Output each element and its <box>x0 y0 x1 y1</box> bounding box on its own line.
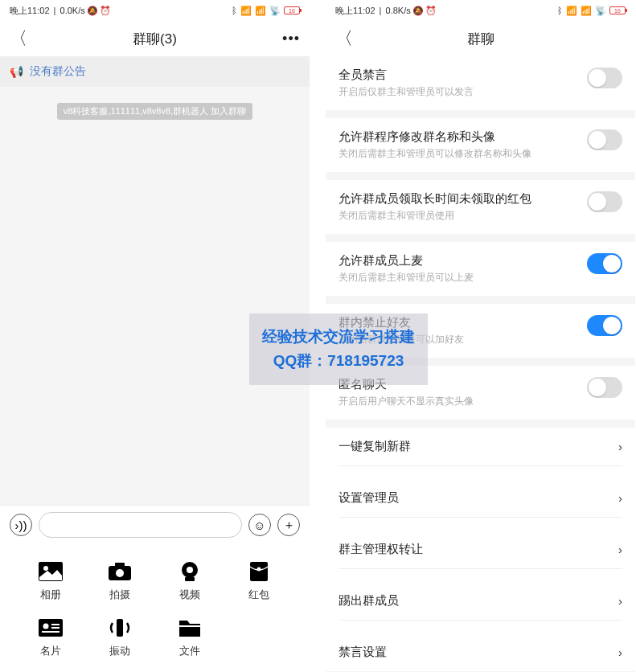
chevron-right-icon: › <box>618 594 622 608</box>
toggle-switch[interactable] <box>587 253 622 274</box>
signal-icon: 📶 <box>566 6 577 16</box>
mute-icon: 🔕 <box>87 6 98 16</box>
svg-rect-8 <box>250 562 268 581</box>
setting-title: 允许群成员上麦 <box>339 253 587 268</box>
svg-rect-13 <box>51 627 59 629</box>
chevron-right-icon: › <box>618 491 622 505</box>
toggle-switch[interactable] <box>587 377 622 398</box>
action-row[interactable]: 踢出群成员› <box>326 582 635 620</box>
emoji-button[interactable]: ☺ <box>248 514 271 536</box>
attachment-grid: 相册拍摄视频红包名片振动文件 <box>0 544 310 672</box>
setting-title: 一键复制新群 <box>339 439 411 454</box>
action-row[interactable]: 一键复制新群› <box>326 428 635 465</box>
signal-icon: 📶 <box>240 6 252 16</box>
file-icon <box>175 615 204 641</box>
attach-label: 相册 <box>40 588 61 602</box>
time-text: 晚上11:02 <box>10 5 50 17</box>
camera-icon <box>105 559 134 584</box>
toggle-row: 允许群程序修改群名称和头像关闭后需群主和管理员可以修改群名称和头像 <box>326 118 635 172</box>
svg-rect-3 <box>115 563 125 568</box>
svg-rect-15 <box>117 619 123 637</box>
toggle-switch[interactable] <box>587 315 622 336</box>
toggle-switch[interactable] <box>587 129 622 150</box>
announcement-text: 没有群公告 <box>30 64 86 79</box>
toggle-row: 允许群成员上麦关闭后需群主和管理员可以上麦 <box>326 242 635 296</box>
watermark-line1: 经验技术交流学习搭建 <box>262 325 415 349</box>
attach-redpacket[interactable]: 红包 <box>224 552 293 608</box>
attach-label: 视频 <box>179 588 200 602</box>
svg-rect-12 <box>51 624 59 625</box>
toggle-row: 全员禁言开启后仅群主和管理员可以发言 <box>326 56 635 110</box>
setting-sub: 关闭后需群主和管理员可以修改群名称和头像 <box>339 147 587 161</box>
action-row[interactable]: 禁言设置› <box>326 633 635 671</box>
voice-button[interactable]: ›)) <box>10 514 32 536</box>
svg-point-6 <box>187 567 193 573</box>
bluetooth-icon: ᛒ <box>232 6 237 15</box>
attach-image[interactable]: 相册 <box>16 552 85 608</box>
input-area: ›)) ☺ ＋ <box>0 505 310 544</box>
setting-title: 允许群程序修改群名称和头像 <box>339 129 587 145</box>
mute-icon: 🔕 <box>412 6 424 16</box>
attach-camera[interactable]: 拍摄 <box>85 552 154 608</box>
more-icon[interactable]: ••• <box>282 31 300 47</box>
setting-sub: 关闭后需群主和管理员可以上麦 <box>339 271 587 285</box>
setting-sub: 开启后用户聊天不显示真实头像 <box>339 395 587 408</box>
status-bar: 晚上11:02 | 0.0K/s 🔕 ⏰ ᛒ 📶 📶 📡 16 <box>0 0 310 21</box>
attach-video[interactable]: 视频 <box>155 552 224 608</box>
setting-title: 群主管理权转让 <box>339 542 423 557</box>
video-icon <box>175 559 204 584</box>
action-row[interactable]: 设置管理员› <box>326 479 635 517</box>
nav-bar: 〈 群聊(3) ••• <box>0 21 310 56</box>
chevron-right-icon: › <box>618 543 622 556</box>
svg-point-9 <box>256 568 261 572</box>
toggle-switch[interactable] <box>587 68 622 88</box>
speed-text: 0.8K/s <box>386 6 411 15</box>
horn-icon: 📢 <box>10 65 23 78</box>
chat-body: v8科技客服,111111,v8v8v8,群机器人 加入群聊 <box>0 87 310 505</box>
nav-title: 群聊 <box>467 30 494 48</box>
signal2-icon: 📶 <box>255 6 266 16</box>
battery-icon: 16 <box>284 6 300 14</box>
svg-point-11 <box>43 624 49 629</box>
attach-label: 拍摄 <box>109 588 130 602</box>
signal2-icon: 📶 <box>581 6 592 16</box>
toggle-row: 允许群成员领取长时间未领取的红包关闭后需群主和管理员使用 <box>326 180 635 234</box>
wifi-icon: 📡 <box>595 6 606 16</box>
speed-text: 0.0K/s <box>60 6 85 15</box>
announcement-bar[interactable]: 📢 没有群公告 <box>0 56 310 87</box>
card-icon <box>36 615 65 641</box>
status-bar: 晚上11:02 | 0.8K/s 🔕 ⏰ ᛒ 📶 📶 📡 16 <box>326 0 635 21</box>
attach-vibrate[interactable]: 振动 <box>85 608 154 665</box>
alarm-icon: ⏰ <box>425 6 437 16</box>
message-input[interactable] <box>39 512 242 538</box>
back-icon[interactable]: 〈 <box>10 27 27 51</box>
vibrate-icon <box>105 615 134 641</box>
nav-bar: 〈 群聊 <box>326 21 635 56</box>
redpacket-icon <box>244 559 273 584</box>
attach-label: 红包 <box>248 588 269 602</box>
svg-point-1 <box>43 566 48 571</box>
bluetooth-icon: ᛒ <box>557 6 563 15</box>
setting-title: 全员禁言 <box>339 68 587 83</box>
attach-label: 振动 <box>109 644 130 658</box>
back-icon[interactable]: 〈 <box>335 27 353 51</box>
setting-title: 允许群成员领取长时间未领取的红包 <box>339 191 587 207</box>
svg-point-4 <box>116 569 124 577</box>
time-text: 晚上11:02 <box>335 5 375 17</box>
svg-rect-7 <box>185 577 195 581</box>
chevron-right-icon: › <box>618 645 622 659</box>
plus-button[interactable]: ＋ <box>277 514 300 536</box>
attach-card[interactable]: 名片 <box>16 608 85 665</box>
setting-sub: 关闭后需群主和管理员使用 <box>339 209 587 223</box>
nav-title: 群聊(3) <box>133 30 177 48</box>
setting-sub: 开启后仅群主和管理员可以发言 <box>339 85 587 99</box>
action-row[interactable]: 群主管理权转让› <box>326 531 635 568</box>
attach-label: 名片 <box>40 644 61 658</box>
chevron-right-icon: › <box>618 440 622 453</box>
toggle-switch[interactable] <box>587 191 622 212</box>
svg-rect-14 <box>42 631 59 633</box>
attach-file[interactable]: 文件 <box>155 608 224 665</box>
setting-title: 设置管理员 <box>339 490 399 506</box>
svg-rect-16 <box>179 625 200 627</box>
battery-icon: 16 <box>609 6 626 14</box>
